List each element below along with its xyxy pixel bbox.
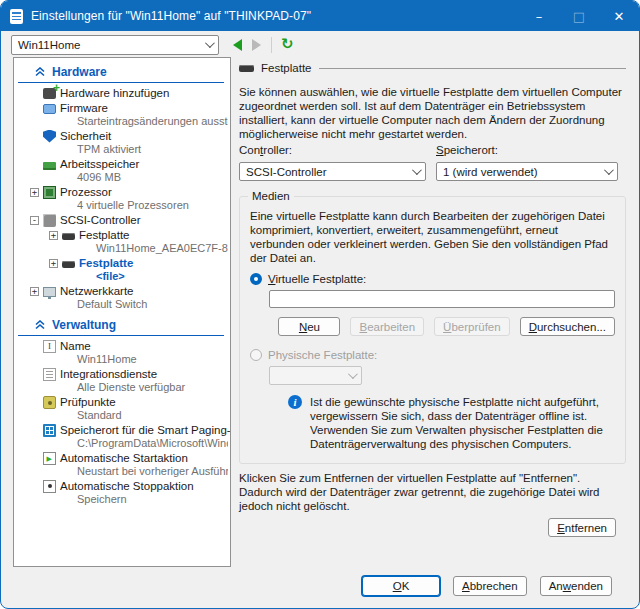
remove-button[interactable]: Entfernen xyxy=(548,518,616,537)
physical-disk-radio-label: Physische Festplatte: xyxy=(268,349,377,361)
controller-label: Controller: xyxy=(239,144,426,158)
sidebar-item-auto-stop[interactable]: Automatische Stoppaktion Speichern xyxy=(14,479,228,506)
new-button[interactable]: Neu xyxy=(278,317,340,336)
cancel-button[interactable]: Abbrechen xyxy=(453,576,527,596)
intro-text: Sie können auswählen, wie die virtuelle … xyxy=(239,85,626,141)
physical-disk-radio[interactable] xyxy=(250,349,262,361)
back-button[interactable] xyxy=(233,39,242,51)
toolbar: Win11Home ↻ xyxy=(1,31,639,58)
expand-toggle-icon[interactable]: - xyxy=(30,216,39,225)
media-groupbox: Medien Eine virtuelle Festplatte kann du… xyxy=(239,196,626,464)
page-title: Festplatte xyxy=(261,62,312,74)
sidebar-item-sub: <file> xyxy=(49,270,228,283)
virtual-disk-radio[interactable] xyxy=(250,273,262,285)
sidebar-item-security[interactable]: Sicherheit TPM aktiviert xyxy=(14,129,228,156)
browse-button[interactable]: Durchsuchen... xyxy=(520,317,615,336)
maximize-button[interactable]: □ xyxy=(559,1,599,31)
chevron-down-icon xyxy=(348,369,358,379)
sidebar-item-sub: Standard xyxy=(30,409,228,422)
location-dropdown[interactable]: 1 (wird verwendet) xyxy=(436,162,618,181)
chevron-down-icon xyxy=(412,165,422,175)
controller-dropdown[interactable]: SCSI-Controller xyxy=(239,162,426,181)
vm-selector-value: Win11Home xyxy=(18,39,80,51)
edit-button[interactable]: Bearbeiten xyxy=(350,317,424,336)
sidebar-item-sub: Starteintragsänderungen aussteh... xyxy=(30,115,228,128)
checkpoint-icon xyxy=(43,396,56,409)
hard-disk-icon xyxy=(239,65,254,72)
expand-toggle-icon[interactable]: + xyxy=(49,231,58,240)
sidebar-item-sub: Win11Home_AEA0EC7F-8EE7-... xyxy=(49,242,228,255)
cpu-icon xyxy=(43,186,56,199)
sidebar-item-sub: Speichern xyxy=(30,493,228,506)
hardware-tree: Hardware Hardware hinzufügen Firmware St… xyxy=(13,57,231,567)
sidebar-item-auto-start[interactable]: Automatische Startaktion Neustart bei vo… xyxy=(14,451,228,478)
sidebar-item-firmware[interactable]: Firmware Starteintragsänderungen aussteh… xyxy=(14,101,228,128)
sidebar-item-disk-2-selected[interactable]: +Festplatte <file> xyxy=(14,256,228,283)
expand-toggle-icon[interactable]: + xyxy=(30,287,39,296)
apply-button[interactable]: Anwenden xyxy=(540,576,612,596)
expand-toggle-icon[interactable]: + xyxy=(30,188,39,197)
sidebar-item-sub: C:\ProgramData\Microsoft\Windo... xyxy=(30,437,228,450)
header-rule xyxy=(319,68,627,69)
refresh-button[interactable]: ↻ xyxy=(281,37,294,52)
minimize-button[interactable]: – xyxy=(519,1,559,31)
section-header-management[interactable]: Verwaltung xyxy=(18,316,224,336)
hard-disk-icon xyxy=(62,233,75,240)
settings-window: Einstellungen für "Win11Home" auf "THINK… xyxy=(0,0,640,609)
virtual-disk-radio-label: Virtuelle Festplatte: xyxy=(268,273,366,285)
vhd-path-input[interactable] xyxy=(269,290,615,308)
services-icon xyxy=(43,368,56,381)
media-text: Eine virtuelle Festplatte kann durch Bea… xyxy=(250,209,615,265)
info-text: Ist die gewünschte physische Festplatte … xyxy=(310,395,612,451)
vm-selector-dropdown[interactable]: Win11Home xyxy=(11,35,219,55)
sidebar-item-processor[interactable]: +Prozessor 4 virtuelle Prozessoren xyxy=(14,185,228,212)
sidebar-item-smart-paging[interactable]: Speicherort für die Smart Paging-D... C:… xyxy=(14,423,228,450)
sidebar-item-sub: TPM aktiviert xyxy=(30,143,228,156)
section-header-hardware[interactable]: Hardware xyxy=(18,63,224,83)
network-adapter-icon xyxy=(43,287,56,297)
auto-stop-icon xyxy=(43,480,56,493)
sidebar-item-disk-1[interactable]: +Festplatte Win11Home_AEA0EC7F-8EE7-... xyxy=(14,228,228,255)
sidebar-item-add-hardware[interactable]: Hardware hinzufügen xyxy=(14,86,228,100)
location-label: Speicherort: xyxy=(436,144,618,158)
sidebar-item-scsi-controller[interactable]: -SCSI-Controller xyxy=(14,213,228,227)
ok-button[interactable]: OK xyxy=(362,576,440,596)
sidebar-item-sub: Default Switch xyxy=(30,298,228,311)
memory-icon xyxy=(43,162,56,170)
sidebar-item-checkpoints[interactable]: Prüfpunkte Standard xyxy=(14,395,228,422)
content-panel: Festplatte Sie können auswählen, wie die… xyxy=(239,57,626,537)
sidebar-item-network-adapter[interactable]: +Netzwerkkarte Default Switch xyxy=(14,284,228,311)
sidebar-item-integration-services[interactable]: Integrationsdienste Alle Dienste verfügb… xyxy=(14,367,228,394)
sidebar-item-sub: Alle Dienste verfügbar xyxy=(30,381,228,394)
remove-text: Klicken Sie zum Entfernen der virtuellen… xyxy=(239,471,626,513)
info-icon: i xyxy=(288,395,302,409)
sidebar-item-sub: 4096 MB xyxy=(30,171,228,184)
scsi-controller-icon xyxy=(43,214,56,227)
smart-paging-icon xyxy=(43,424,56,437)
inspect-button[interactable]: Überprüfen xyxy=(434,317,510,336)
chevron-down-icon xyxy=(205,38,215,48)
collapse-chevron-icon xyxy=(35,67,45,77)
sidebar-item-sub: Win11Home xyxy=(30,353,228,366)
firmware-icon xyxy=(43,104,56,114)
add-hardware-icon xyxy=(43,88,56,99)
chevron-down-icon xyxy=(604,165,614,175)
window-title: Einstellungen für "Win11Home" auf "THINK… xyxy=(31,9,311,23)
forward-button[interactable] xyxy=(252,39,261,51)
rename-icon: I xyxy=(43,340,56,353)
sidebar-item-memory[interactable]: Arbeitsspeicher 4096 MB xyxy=(14,157,228,184)
media-groupbox-label: Medien xyxy=(248,190,294,202)
close-button[interactable]: ✕ xyxy=(599,1,639,31)
sidebar-item-sub: Neustart bei vorheriger Ausführung xyxy=(30,465,228,478)
sidebar-item-sub: 4 virtuelle Prozessoren xyxy=(30,199,228,212)
physical-disk-dropdown[interactable] xyxy=(269,366,362,385)
titlebar: Einstellungen für "Win11Home" auf "THINK… xyxy=(1,1,639,31)
expand-toggle-icon[interactable]: + xyxy=(49,259,58,268)
hard-disk-icon xyxy=(62,261,75,268)
sidebar-item-name[interactable]: IName Win11Home xyxy=(14,339,228,366)
collapse-chevron-icon xyxy=(35,320,45,330)
app-icon xyxy=(10,9,23,24)
shield-icon xyxy=(43,130,56,143)
toolbar-separator xyxy=(271,37,272,53)
auto-start-icon xyxy=(43,452,56,465)
